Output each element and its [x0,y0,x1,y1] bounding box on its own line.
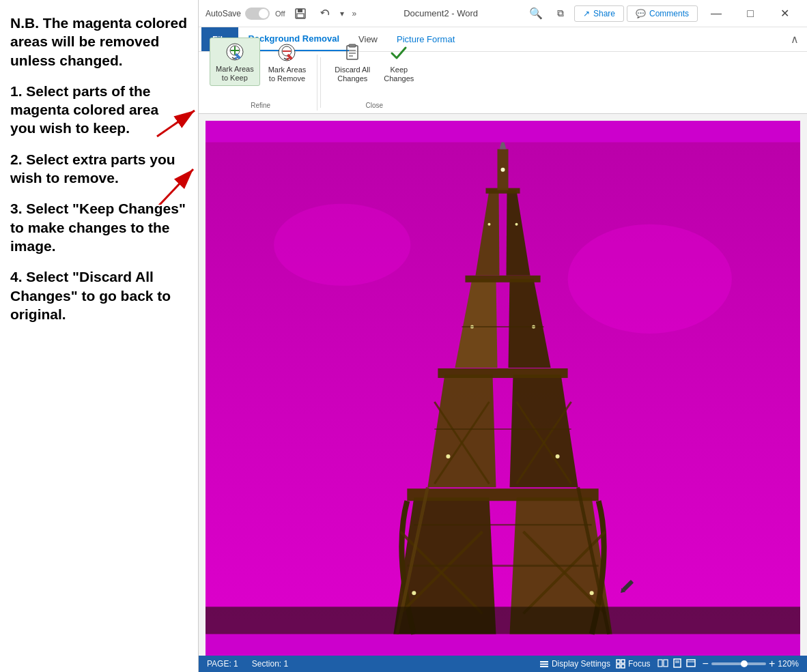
svg-rect-68 [540,664,548,665]
annotation-step1: 1. Select parts of the magenta colored a… [10,82,188,138]
autosave-label: AutoSave [206,9,241,18]
comments-button[interactable]: 💬 Comments [627,5,698,22]
autosave-area: AutoSave Off [206,8,285,20]
status-bar: PAGE: 1 Section: 1 Display Settings Focu… [199,656,807,672]
svg-point-51 [446,454,450,458]
close-buttons: Discard AllChanges KeepChanges [329,39,419,97]
mark-remove-label: Mark Areasto Remove [268,65,307,83]
page-indicator: PAGE: 1 [207,659,238,669]
ribbon-collapse-icon[interactable]: ∧ [791,33,804,46]
status-right: Display Settings Focus − [539,657,799,671]
svg-rect-69 [540,666,548,667]
title-bar-icons: ▾ » [291,5,357,22]
share-button[interactable]: ↗ Share [574,5,624,22]
eiffel-svg [206,121,800,656]
undo-icon[interactable] [315,5,335,22]
zoom-minus-btn[interactable]: − [703,658,709,670]
mark-areas-remove-button[interactable]: Mark Areasto Remove [263,39,312,86]
annotation-panel: N.B. The magenta colored areas will be r… [0,0,198,672]
mark-keep-icon [224,41,246,63]
discard-label: Discard AllChanges [335,65,370,83]
ribbon-group-refine: Mark Areasto Keep [204,55,317,111]
refine-buttons: Mark Areasto Keep [210,38,311,97]
svg-rect-6 [297,14,304,18]
save-icon[interactable] [291,5,310,22]
keep-label: KeepChanges [384,65,414,83]
document-area [199,114,807,656]
svg-point-52 [556,454,560,458]
web-view-icon[interactable] [685,657,697,671]
focus-icon [616,659,625,669]
svg-rect-36 [438,368,567,378]
share-icon: ↗ [583,9,590,18]
more-commands[interactable]: » [352,9,357,18]
mark-remove-icon [276,42,298,63]
mark-keep-label: Mark Areasto Keep [216,65,254,83]
annotation-step4: 4. Select "Discard All Changes" to go ba… [10,267,188,323]
svg-point-55 [487,223,490,226]
minimize-button[interactable]: — [700,3,732,25]
svg-rect-74 [658,660,662,667]
display-settings-btn[interactable]: Display Settings [539,659,610,669]
annotation-step3: 3. Select "Keep Changes" to make changes… [10,199,188,255]
focus-label: Focus [628,659,651,669]
discard-changes-button[interactable]: Discard AllChanges [329,39,376,86]
close-group-label: Close [365,102,383,109]
word-window: AutoSave Off ▾ » Document2 - Word 🔍 ⧉ ↗ [198,0,807,672]
zoom-level: 120% [778,659,799,669]
svg-rect-76 [674,659,681,667]
ribbon-content: Mark Areasto Keep [199,52,807,113]
title-bar-right: 🔍 ⧉ ↗ Share 💬 Comments — □ ✕ [525,3,800,25]
svg-rect-29 [407,488,598,501]
title-search-icon[interactable]: 🔍 [525,3,547,25]
annotation-step2: 2. Select extra parts you wish to remove… [10,150,188,188]
zoom-thumb [741,660,748,667]
status-page: PAGE: 1 [207,659,238,669]
autosave-toggle[interactable] [245,8,270,20]
share-label: Share [593,9,615,18]
zoom-slider[interactable] [711,662,766,665]
svg-rect-72 [617,664,620,668]
close-button[interactable]: ✕ [769,3,800,25]
window-title: Document2 - Word [356,8,525,18]
refine-group-label: Refine [251,102,270,109]
svg-point-50 [590,591,594,595]
svg-rect-67 [540,661,548,662]
focus-btn[interactable]: Focus [616,659,651,669]
ribbon-group-close: Discard AllChanges KeepChanges Close [324,55,425,111]
read-view-icon[interactable] [656,657,670,671]
section-indicator: Section: 1 [252,659,288,669]
discard-icon [341,42,363,63]
comments-label: Comments [649,9,689,18]
svg-rect-43 [465,276,540,282]
svg-point-49 [412,591,416,595]
eiffel-image[interactable] [206,121,800,656]
svg-rect-70 [617,660,620,663]
svg-rect-75 [664,660,668,667]
maximize-button[interactable]: □ [735,3,766,25]
print-view-icon[interactable] [671,657,683,671]
display-settings-icon [539,659,549,669]
svg-point-26 [274,204,410,286]
display-settings-label: Display Settings [552,659,610,669]
keep-changes-button[interactable]: KeepChanges [378,39,419,86]
undo-dropdown[interactable]: ▾ [340,9,344,18]
title-bar: AutoSave Off ▾ » Document2 - Word 🔍 ⧉ ↗ [199,0,807,27]
svg-rect-79 [687,660,695,667]
restore-window-icon[interactable]: ⧉ [550,5,571,22]
svg-rect-5 [298,9,302,12]
svg-rect-19 [349,44,356,47]
svg-point-57 [500,168,505,172]
ribbon: File Background Removal View Picture For… [199,27,807,114]
svg-point-25 [568,224,732,334]
svg-rect-64 [206,607,800,634]
comments-icon: 💬 [636,9,646,18]
zoom-controls: − + 120% [703,658,799,670]
zoom-plus-btn[interactable]: + [769,658,775,670]
svg-rect-71 [621,660,625,663]
keep-icon [388,42,410,63]
autosave-state: Off [275,10,285,18]
mark-areas-keep-button[interactable]: Mark Areasto Keep [210,38,260,86]
svg-rect-18 [347,46,358,59]
document-canvas [206,121,800,656]
